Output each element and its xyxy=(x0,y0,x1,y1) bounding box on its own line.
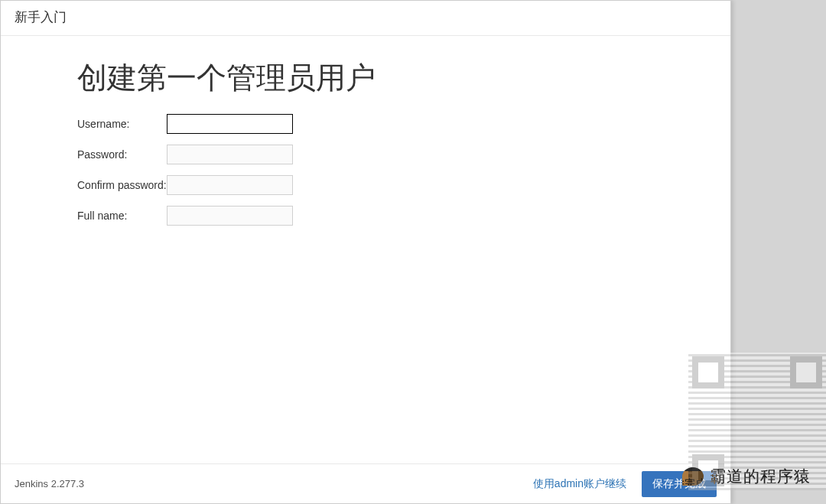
continue-as-admin-link[interactable]: 使用admin账户继续 xyxy=(530,473,629,496)
setup-wizard-window: 新手入门 创建第一个管理员用户 Username: Password: Conf… xyxy=(0,0,731,504)
fullname-label: Full name: xyxy=(77,210,167,222)
fullname-input[interactable] xyxy=(167,206,293,226)
form-row-fullname: Full name: xyxy=(77,206,654,226)
version-label: Jenkins 2.277.3 xyxy=(15,478,530,489)
confirm-password-input[interactable] xyxy=(167,175,293,195)
form-row-password: Password: xyxy=(77,145,654,164)
form-row-username: Username: xyxy=(77,114,654,134)
password-label: Password: xyxy=(77,148,167,161)
confirm-password-label: Confirm password: xyxy=(77,179,167,191)
wizard-footer: Jenkins 2.277.3 使用admin账户继续 保存并完成 xyxy=(1,463,730,503)
wizard-header: 新手入门 xyxy=(1,1,730,36)
footer-actions: 使用admin账户继续 保存并完成 xyxy=(530,471,717,497)
save-and-finish-button[interactable]: 保存并完成 xyxy=(642,471,717,497)
wizard-content: 创建第一个管理员用户 Username: Password: Confirm p… xyxy=(1,36,730,226)
username-label: Username: xyxy=(77,118,167,130)
wizard-header-title: 新手入门 xyxy=(15,10,67,24)
password-input[interactable] xyxy=(167,145,293,164)
form-row-confirm: Confirm password: xyxy=(77,175,654,195)
username-input[interactable] xyxy=(167,114,293,134)
page-title: 创建第一个管理员用户 xyxy=(77,57,654,99)
